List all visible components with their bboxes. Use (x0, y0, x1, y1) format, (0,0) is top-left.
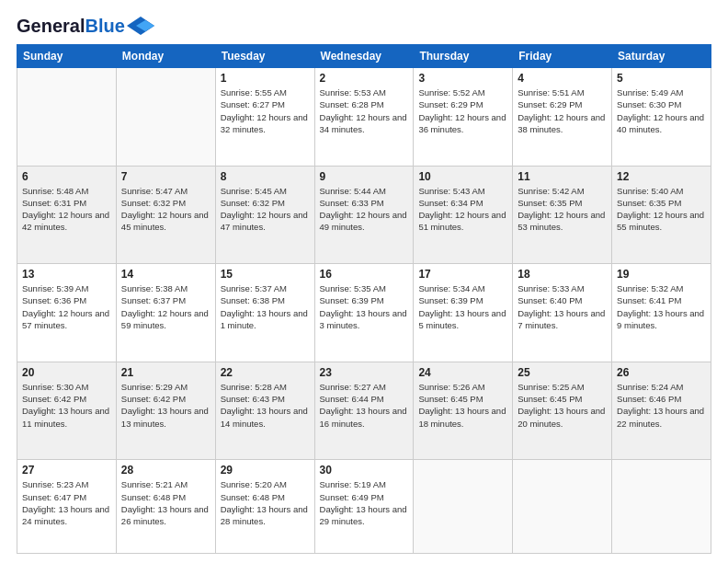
calendar-week-row: 6Sunrise: 5:48 AM Sunset: 6:31 PM Daylig… (17, 166, 711, 264)
day-number: 11 (518, 170, 607, 183)
calendar-day-cell (116, 68, 215, 167)
calendar-day-cell: 1Sunrise: 5:55 AM Sunset: 6:27 PM Daylig… (215, 68, 314, 167)
day-number: 12 (617, 170, 706, 183)
logo: GeneralBlue (17, 17, 154, 35)
day-number: 24 (418, 366, 507, 379)
calendar-day-cell: 8Sunrise: 5:45 AM Sunset: 6:32 PM Daylig… (215, 166, 314, 264)
calendar-day-cell: 15Sunrise: 5:37 AM Sunset: 6:38 PM Dayli… (215, 264, 314, 362)
day-info: Sunrise: 5:19 AM Sunset: 6:49 PM Dayligh… (320, 478, 409, 527)
calendar-day-cell: 14Sunrise: 5:38 AM Sunset: 6:37 PM Dayli… (116, 264, 215, 362)
day-of-week-header: Friday (513, 45, 612, 68)
day-info: Sunrise: 5:52 AM Sunset: 6:29 PM Dayligh… (418, 86, 507, 135)
day-number: 6 (22, 170, 111, 183)
calendar-day-cell: 11Sunrise: 5:42 AM Sunset: 6:35 PM Dayli… (513, 166, 612, 264)
calendar-header-row: SundayMondayTuesdayWednesdayThursdayFrid… (17, 45, 711, 68)
calendar-day-cell: 28Sunrise: 5:21 AM Sunset: 6:48 PM Dayli… (116, 460, 215, 554)
day-number: 20 (22, 366, 111, 379)
day-of-week-header: Saturday (612, 45, 711, 68)
day-info: Sunrise: 5:45 AM Sunset: 6:32 PM Dayligh… (221, 185, 310, 234)
day-number: 27 (22, 464, 111, 477)
day-number: 22 (221, 366, 310, 379)
day-of-week-header: Monday (116, 45, 215, 68)
day-info: Sunrise: 5:47 AM Sunset: 6:32 PM Dayligh… (121, 185, 210, 234)
day-number: 19 (617, 268, 706, 281)
day-info: Sunrise: 5:26 AM Sunset: 6:45 PM Dayligh… (418, 381, 507, 430)
calendar-week-row: 13Sunrise: 5:39 AM Sunset: 6:36 PM Dayli… (17, 264, 711, 362)
day-info: Sunrise: 5:42 AM Sunset: 6:35 PM Dayligh… (518, 185, 607, 234)
day-number: 17 (418, 268, 507, 281)
calendar-day-cell: 29Sunrise: 5:20 AM Sunset: 6:48 PM Dayli… (215, 460, 314, 554)
day-info: Sunrise: 5:39 AM Sunset: 6:36 PM Dayligh… (22, 282, 111, 331)
day-number: 10 (418, 170, 507, 183)
calendar-day-cell: 22Sunrise: 5:28 AM Sunset: 6:43 PM Dayli… (215, 362, 314, 460)
day-number: 23 (320, 366, 409, 379)
day-number: 5 (617, 72, 706, 85)
calendar-day-cell: 2Sunrise: 5:53 AM Sunset: 6:28 PM Daylig… (314, 68, 414, 167)
day-number: 18 (518, 268, 607, 281)
day-info: Sunrise: 5:34 AM Sunset: 6:39 PM Dayligh… (418, 282, 507, 331)
day-number: 15 (221, 268, 310, 281)
day-info: Sunrise: 5:48 AM Sunset: 6:31 PM Dayligh… (22, 185, 111, 234)
day-number: 9 (320, 170, 409, 183)
day-number: 8 (221, 170, 310, 183)
header: GeneralBlue (17, 17, 711, 35)
day-info: Sunrise: 5:32 AM Sunset: 6:41 PM Dayligh… (617, 282, 706, 331)
day-info: Sunrise: 5:28 AM Sunset: 6:43 PM Dayligh… (221, 381, 310, 430)
day-info: Sunrise: 5:23 AM Sunset: 6:47 PM Dayligh… (22, 478, 111, 527)
day-number: 28 (121, 464, 210, 477)
calendar-day-cell: 18Sunrise: 5:33 AM Sunset: 6:40 PM Dayli… (513, 264, 612, 362)
day-number: 30 (320, 464, 409, 477)
calendar-day-cell: 4Sunrise: 5:51 AM Sunset: 6:29 PM Daylig… (513, 68, 612, 167)
calendar-day-cell (612, 460, 711, 554)
day-number: 14 (121, 268, 210, 281)
calendar-day-cell: 12Sunrise: 5:40 AM Sunset: 6:35 PM Dayli… (612, 166, 711, 264)
calendar-day-cell (17, 68, 117, 167)
day-info: Sunrise: 5:25 AM Sunset: 6:45 PM Dayligh… (518, 381, 607, 430)
calendar-day-cell (414, 460, 513, 554)
page: GeneralBlue SundayMondayTuesdayWednesday… (0, 0, 728, 563)
day-info: Sunrise: 5:51 AM Sunset: 6:29 PM Dayligh… (518, 86, 607, 135)
day-number: 16 (320, 268, 409, 281)
day-number: 3 (418, 72, 507, 85)
calendar-day-cell: 23Sunrise: 5:27 AM Sunset: 6:44 PM Dayli… (314, 362, 414, 460)
day-of-week-header: Tuesday (215, 45, 314, 68)
calendar-day-cell: 9Sunrise: 5:44 AM Sunset: 6:33 PM Daylig… (314, 166, 414, 264)
day-info: Sunrise: 5:43 AM Sunset: 6:34 PM Dayligh… (418, 185, 507, 234)
calendar-day-cell: 21Sunrise: 5:29 AM Sunset: 6:42 PM Dayli… (116, 362, 215, 460)
calendar-week-row: 27Sunrise: 5:23 AM Sunset: 6:47 PM Dayli… (17, 460, 711, 554)
day-info: Sunrise: 5:53 AM Sunset: 6:28 PM Dayligh… (320, 86, 409, 135)
calendar-day-cell: 27Sunrise: 5:23 AM Sunset: 6:47 PM Dayli… (17, 460, 117, 554)
day-info: Sunrise: 5:33 AM Sunset: 6:40 PM Dayligh… (518, 282, 607, 331)
logo-icon (127, 17, 154, 35)
calendar-day-cell: 17Sunrise: 5:34 AM Sunset: 6:39 PM Dayli… (414, 264, 513, 362)
day-number: 13 (22, 268, 111, 281)
calendar-day-cell: 25Sunrise: 5:25 AM Sunset: 6:45 PM Dayli… (513, 362, 612, 460)
day-info: Sunrise: 5:44 AM Sunset: 6:33 PM Dayligh… (320, 185, 409, 234)
day-info: Sunrise: 5:21 AM Sunset: 6:48 PM Dayligh… (121, 478, 210, 527)
day-number: 29 (221, 464, 310, 477)
day-number: 1 (221, 72, 310, 85)
logo-text: GeneralBlue (17, 17, 125, 35)
calendar-day-cell: 7Sunrise: 5:47 AM Sunset: 6:32 PM Daylig… (116, 166, 215, 264)
calendar-week-row: 1Sunrise: 5:55 AM Sunset: 6:27 PM Daylig… (17, 68, 711, 167)
day-info: Sunrise: 5:55 AM Sunset: 6:27 PM Dayligh… (221, 86, 310, 135)
day-number: 25 (518, 366, 607, 379)
calendar-table: SundayMondayTuesdayWednesdayThursdayFrid… (17, 44, 711, 554)
day-info: Sunrise: 5:40 AM Sunset: 6:35 PM Dayligh… (617, 185, 706, 234)
calendar-day-cell: 26Sunrise: 5:24 AM Sunset: 6:46 PM Dayli… (612, 362, 711, 460)
day-info: Sunrise: 5:27 AM Sunset: 6:44 PM Dayligh… (320, 381, 409, 430)
day-info: Sunrise: 5:20 AM Sunset: 6:48 PM Dayligh… (221, 478, 310, 527)
day-of-week-header: Thursday (414, 45, 513, 68)
calendar-day-cell (513, 460, 612, 554)
day-number: 4 (518, 72, 607, 85)
calendar-day-cell: 5Sunrise: 5:49 AM Sunset: 6:30 PM Daylig… (612, 68, 711, 167)
calendar-day-cell: 30Sunrise: 5:19 AM Sunset: 6:49 PM Dayli… (314, 460, 414, 554)
calendar-day-cell: 24Sunrise: 5:26 AM Sunset: 6:45 PM Dayli… (414, 362, 513, 460)
calendar-day-cell: 20Sunrise: 5:30 AM Sunset: 6:42 PM Dayli… (17, 362, 117, 460)
day-info: Sunrise: 5:38 AM Sunset: 6:37 PM Dayligh… (121, 282, 210, 331)
day-info: Sunrise: 5:30 AM Sunset: 6:42 PM Dayligh… (22, 381, 111, 430)
day-info: Sunrise: 5:24 AM Sunset: 6:46 PM Dayligh… (617, 381, 706, 430)
day-of-week-header: Wednesday (314, 45, 414, 68)
day-info: Sunrise: 5:49 AM Sunset: 6:30 PM Dayligh… (617, 86, 706, 135)
calendar-day-cell: 3Sunrise: 5:52 AM Sunset: 6:29 PM Daylig… (414, 68, 513, 167)
